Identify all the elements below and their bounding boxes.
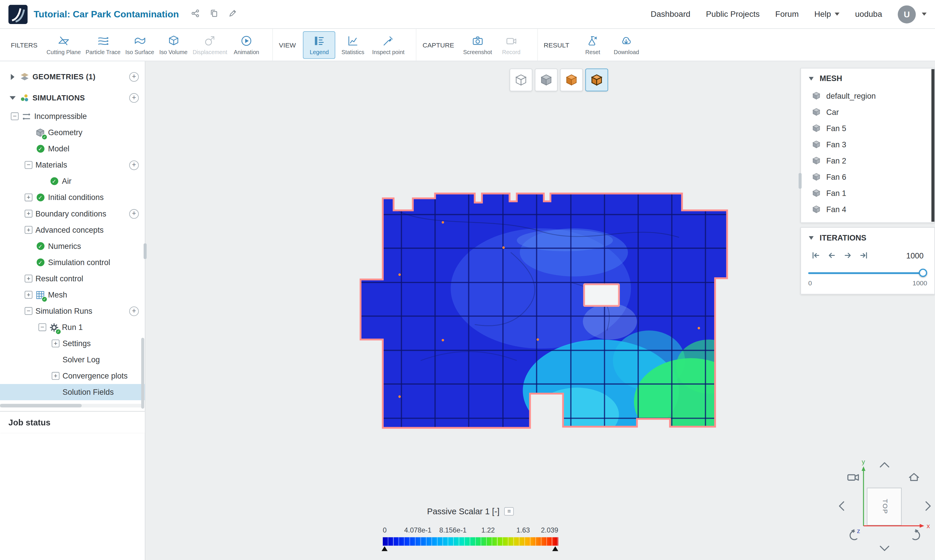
tree-item-geometries[interactable]: GEOMETRIES (1) (0, 69, 145, 85)
rotate-up-button[interactable] (880, 463, 889, 467)
iteration-value[interactable]: 1000 (906, 251, 929, 260)
expand-box-icon[interactable] (25, 275, 32, 283)
nav-dashboard[interactable]: Dashboard (651, 9, 690, 18)
job-status-panel[interactable]: Job status (0, 411, 145, 433)
mesh-item-fan-5[interactable]: Fan 5 (801, 120, 934, 136)
add-geometry-button[interactable] (129, 72, 138, 82)
collapse-box-icon[interactable] (38, 323, 46, 331)
next-iteration-button[interactable] (840, 249, 856, 262)
tree-item-solution-fields[interactable]: Solution Fields (0, 384, 145, 400)
tree-item-incompressible[interactable]: Incompressible (0, 108, 145, 125)
legend-range-marker-max[interactable] (552, 546, 558, 551)
roll-clockwise-button[interactable] (913, 529, 920, 540)
tree-item-boundary-conditions[interactable]: Boundary conditions (0, 206, 145, 222)
tree-item-materials[interactable]: Materials (0, 157, 145, 173)
collapse-box-icon[interactable] (25, 307, 32, 315)
expand-box-icon[interactable] (25, 194, 32, 202)
nav-forum[interactable]: Forum (775, 9, 799, 18)
nav-public-projects[interactable]: Public Projects (706, 9, 760, 18)
mesh-item-fan-3[interactable]: Fan 3 (801, 136, 934, 152)
legend-range-marker-min[interactable] (382, 546, 388, 551)
add-boundary-condition-button[interactable] (129, 209, 138, 218)
tree-item-simulation-control[interactable]: Simulation control (0, 254, 145, 270)
collapse-box-icon[interactable] (11, 112, 18, 120)
collapse-box-icon[interactable] (25, 161, 32, 169)
tree-item-run-1[interactable]: Run 1 (0, 319, 145, 335)
tree-item-simulation-runs[interactable]: Simulation Runs (0, 303, 145, 319)
slider-handle[interactable] (919, 269, 927, 277)
rotate-left-button[interactable] (840, 502, 844, 510)
nav-help[interactable]: Help (814, 9, 840, 18)
expand-box-icon[interactable] (52, 340, 60, 347)
view-cube-top-face[interactable]: TOP (867, 488, 901, 525)
tree-item-air[interactable]: Air (0, 173, 145, 189)
animation-button[interactable]: Animation (230, 31, 263, 59)
home-view-button[interactable] (910, 474, 918, 480)
tree-item-simulations[interactable]: SIMULATIONS (0, 89, 145, 106)
first-iteration-button[interactable] (807, 249, 823, 262)
mesh-item-fan-1[interactable]: Fan 1 (801, 185, 934, 202)
copy-icon[interactable] (209, 9, 218, 19)
cfd-contour-view[interactable] (360, 189, 732, 430)
app-logo-icon[interactable] (8, 5, 28, 24)
render-mode-surfaces-button[interactable] (535, 69, 558, 91)
3d-viewport[interactable]: MESH default_region Car Fan 5 Fan 3 Fan … (146, 62, 935, 560)
chevron-down-icon[interactable] (9, 95, 15, 101)
mesh-item-fan-6[interactable]: Fan 6 (801, 169, 934, 185)
sidebar-splitter-handle[interactable] (143, 243, 146, 259)
mesh-item-fan-2[interactable]: Fan 2 (801, 152, 934, 169)
cutting-plane-button[interactable]: Cutting Plane (45, 31, 83, 59)
download-button[interactable]: Download (610, 31, 643, 59)
iso-surface-button[interactable]: Iso Surface (123, 31, 156, 59)
sidebar-horizontal-scrollbar[interactable] (0, 404, 141, 407)
roll-counterclockwise-button[interactable] (850, 529, 857, 540)
particle-trace-button[interactable]: Particle Trace (84, 31, 122, 59)
add-material-button[interactable] (129, 160, 138, 169)
mesh-panel-header[interactable]: MESH (801, 69, 934, 88)
iteration-slider[interactable] (808, 269, 927, 277)
legend-colorbar[interactable] (383, 537, 558, 546)
record-button[interactable]: Record (495, 31, 527, 59)
expand-box-icon[interactable] (25, 226, 32, 234)
chevron-right-icon[interactable] (9, 74, 15, 80)
user-menu[interactable]: U (898, 5, 927, 23)
edit-pencil-icon[interactable] (228, 9, 237, 19)
render-mode-solid-button[interactable] (560, 69, 583, 91)
mesh-item-fan-4[interactable]: Fan 4 (801, 202, 934, 218)
tree-item-result-control[interactable]: Result control (0, 270, 145, 286)
avatar[interactable]: U (898, 5, 916, 23)
previous-iteration-button[interactable] (823, 249, 840, 262)
sidebar-vertical-scrollbar[interactable] (141, 338, 144, 409)
camera-icon[interactable] (848, 475, 858, 480)
expand-box-icon[interactable] (52, 372, 60, 380)
last-iteration-button[interactable] (856, 249, 872, 262)
iterations-panel-header[interactable]: ITERATIONS (801, 228, 934, 247)
render-mode-solid-edges-button[interactable] (586, 69, 608, 91)
statistics-button[interactable]: Statistics (337, 31, 369, 59)
render-mode-wireframe-button[interactable] (510, 69, 532, 91)
add-simulation-button[interactable] (129, 93, 138, 102)
tree-item-model[interactable]: Model (0, 141, 145, 157)
legend-button[interactable]: Legend (303, 31, 335, 59)
tree-item-mesh[interactable]: Mesh (0, 286, 145, 303)
mesh-item-car[interactable]: Car (801, 104, 934, 120)
inspect-point-button[interactable]: Inspect point (371, 31, 406, 59)
legend-menu-icon[interactable] (504, 507, 514, 516)
tree-item-initial-conditions[interactable]: Initial conditions (0, 189, 145, 206)
rotate-down-button[interactable] (880, 546, 889, 551)
add-run-button[interactable] (129, 306, 138, 316)
tree-item-numerics[interactable]: Numerics (0, 238, 145, 254)
reset-button[interactable]: Reset (577, 31, 609, 59)
screenshot-button[interactable]: Screenshot (461, 31, 494, 59)
tree-item-convergence-plots[interactable]: Convergence plots (0, 368, 145, 384)
tree-item-advanced-concepts[interactable]: Advanced concepts (0, 222, 145, 238)
expand-box-icon[interactable] (25, 210, 32, 218)
mesh-panel-scrollbar[interactable] (932, 69, 934, 222)
displacement-button[interactable]: Displacement (191, 31, 229, 59)
rotate-right-button[interactable] (926, 502, 930, 510)
tree-item-solver-log[interactable]: Solver Log (0, 352, 145, 368)
expand-box-icon[interactable] (25, 291, 32, 298)
tree-item-geometry[interactable]: Geometry (0, 125, 145, 141)
orientation-gizmo[interactable]: TOP y x z (832, 457, 935, 559)
iso-volume-button[interactable]: Iso Volume (157, 31, 189, 59)
